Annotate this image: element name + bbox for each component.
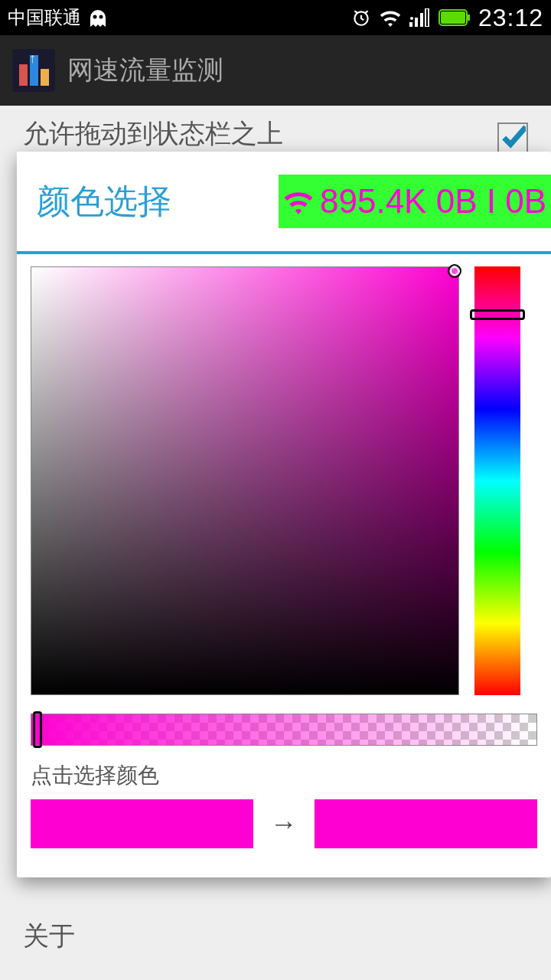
svg-point-7 bbox=[410, 17, 413, 20]
preview-color-swatch bbox=[315, 799, 537, 848]
setting-checkbox[interactable] bbox=[497, 122, 528, 153]
app-header: ↑ 网速流量监测 bbox=[0, 35, 551, 106]
network-text: 895.4K 0B I 0B bbox=[320, 182, 546, 220]
svg-rect-9 bbox=[441, 11, 465, 24]
check-icon bbox=[500, 125, 526, 151]
app-title: 网速流量监测 bbox=[67, 53, 223, 88]
signal-icon bbox=[409, 8, 431, 27]
wifi-icon bbox=[283, 188, 314, 215]
svg-rect-3 bbox=[409, 22, 412, 27]
battery-icon bbox=[439, 8, 471, 27]
current-color-swatch[interactable] bbox=[31, 799, 253, 848]
hue-slider[interactable] bbox=[474, 266, 520, 695]
wifi-icon bbox=[379, 8, 402, 27]
about-item[interactable]: 关于 bbox=[23, 919, 75, 954]
clock-label: 23:12 bbox=[478, 4, 543, 32]
alarm-icon bbox=[351, 8, 371, 28]
saturation-value-panel[interactable] bbox=[31, 266, 459, 695]
svg-point-0 bbox=[93, 15, 97, 19]
svg-rect-6 bbox=[425, 8, 429, 27]
svg-rect-4 bbox=[415, 18, 418, 27]
network-overlay-badge: 895.4K 0B I 0B bbox=[279, 175, 551, 228]
alpha-cursor[interactable] bbox=[33, 711, 42, 748]
sv-cursor[interactable] bbox=[448, 264, 461, 278]
app-icon: ↑ bbox=[12, 49, 55, 92]
ghost-icon bbox=[86, 7, 110, 28]
svg-point-1 bbox=[99, 15, 103, 19]
carrier-label: 中国联通 bbox=[8, 5, 81, 30]
svg-rect-10 bbox=[468, 15, 470, 21]
dialog-title: 颜色选择 bbox=[37, 179, 171, 224]
setting-title: 允许拖动到状态栏之上 bbox=[23, 116, 283, 152]
svg-rect-5 bbox=[420, 13, 423, 27]
color-picker-dialog: 颜色选择 895.4K 0B I 0B 点击选择颜色 → bbox=[17, 152, 551, 877]
swatch-label: 点击选择颜色 bbox=[31, 761, 537, 790]
hue-cursor[interactable] bbox=[470, 309, 525, 320]
arrow-icon: → bbox=[270, 808, 298, 840]
alpha-slider[interactable] bbox=[31, 714, 537, 746]
status-bar: 中国联通 23:12 bbox=[0, 0, 551, 35]
